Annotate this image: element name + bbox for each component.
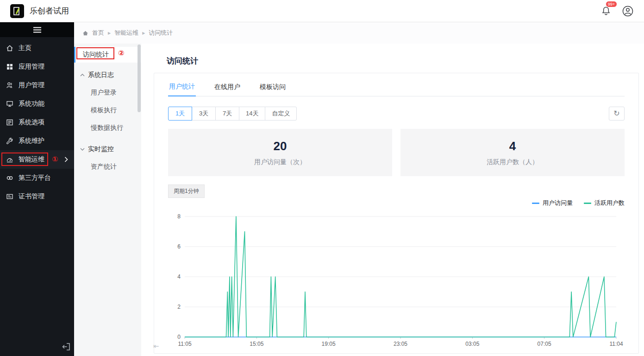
user-icon (622, 5, 634, 17)
primary-sidebar: 主页 应用管理 用户管理 系统功能 (0, 22, 74, 356)
app-root: 乐创者试用 99+ (0, 0, 644, 356)
home-icon (6, 44, 13, 52)
svg-text:0: 0 (177, 334, 181, 340)
submenu-scrollbar[interactable] (138, 44, 141, 112)
tab-template-visits[interactable]: 模板访问 (259, 78, 287, 96)
submenu-group-label: 实时监控 (88, 145, 114, 153)
stat-card-active-users: 4 活跃用户数（人） (400, 129, 625, 176)
submenu-group-realtime-monitor[interactable]: 实时监控 (74, 140, 141, 158)
tab-online-users[interactable]: 在线用户 (213, 78, 241, 96)
breadcrumb-item-visit-stats: 访问统计 (149, 29, 173, 37)
submenu-group-system-logs[interactable]: 系统日志 (74, 66, 141, 84)
time-range-group: 1天 3天 7天 14天 自定义 (168, 107, 297, 121)
content-card: 用户统计 在线用户 模板访问 1天 3天 7天 14天 自定义 ↻ 20 (154, 73, 639, 354)
svg-text:23:05: 23:05 (394, 341, 407, 347)
sidebar-item-label: 主页 (19, 44, 31, 52)
svg-text:11:04: 11:04 (609, 341, 623, 347)
submenu-panel: 访问统计 系统日志 用户登录 模板执行 慢数据执行 实时监控 资产统计 (74, 44, 141, 356)
legend-label: 活跃用户数 (594, 199, 625, 207)
users-icon (6, 82, 13, 89)
range-button-14d[interactable]: 14天 (239, 107, 265, 121)
period-row: 周期1分钟 (168, 184, 625, 198)
chevron-up-icon (80, 74, 85, 76)
options-icon (6, 119, 13, 126)
sidebar-item-label: 智能运维 (19, 155, 44, 164)
chart-toolbar: 1天 3天 7天 14天 自定义 ↻ (168, 107, 625, 121)
main-content: 访问统计 用户统计 在线用户 模板访问 1天 3天 7天 14天 自定义 ↻ (141, 44, 644, 356)
certificate-icon (6, 193, 13, 200)
stat-value: 20 (274, 139, 287, 153)
sidebar-item-system-maintenance[interactable]: 系统维护 (0, 132, 74, 150)
submenu-item-label: 访问统计 (83, 51, 109, 59)
gauge-icon (6, 156, 13, 163)
stat-value: 4 (509, 139, 516, 153)
hamburger-icon (33, 27, 41, 33)
svg-text:19:05: 19:05 (322, 341, 336, 347)
breadcrumb-item-intelligent-ops[interactable]: 智能运维 (114, 29, 138, 37)
svg-text:15:05: 15:05 (250, 341, 263, 347)
legend-swatch (532, 203, 539, 204)
submenu-item-asset-stats[interactable]: 资产统计 (74, 158, 141, 176)
user-avatar[interactable] (622, 5, 634, 17)
sidebar-item-users[interactable]: 用户管理 (0, 76, 74, 95)
chart-legend: 用户访问量 活跃用户数 (168, 199, 625, 207)
logo-pencil-icon (12, 6, 22, 16)
usage-chart: 0246811:0515:0519:0523:0503:0507:0511:04 (168, 207, 625, 349)
sidebar-nav: 主页 应用管理 用户管理 系统功能 (0, 37, 74, 206)
sidebar-item-intelligent-ops[interactable]: 智能运维 (0, 150, 74, 169)
legend-item-active-users[interactable]: 活跃用户数 (584, 199, 625, 207)
sidebar-item-certificates[interactable]: 证书管理 (0, 187, 74, 206)
chevron-right-icon (64, 157, 68, 162)
exit-icon (62, 342, 71, 351)
app-title: 乐创者试用 (30, 6, 69, 16)
sidebar-item-system-options[interactable]: 系统选项 (0, 113, 74, 132)
apps-icon (6, 63, 13, 70)
svg-text:03:05: 03:05 (465, 341, 479, 347)
svg-text:4: 4 (177, 273, 181, 280)
submenu-group-label: 系统日志 (88, 71, 114, 79)
submenu-item-template-exec[interactable]: 模板执行 (74, 102, 141, 119)
range-button-custom[interactable]: 自定义 (265, 107, 297, 121)
logout-button[interactable] (62, 342, 72, 352)
chevron-down-icon (80, 148, 85, 151)
stat-card-visits: 20 用户访问量（次） (168, 129, 392, 176)
submenu-item-visit-stats[interactable]: 访问统计 (74, 47, 141, 63)
sidebar-item-apps[interactable]: 应用管理 (0, 57, 74, 76)
refresh-icon: ↻ (613, 110, 619, 117)
sidebar-item-label: 应用管理 (19, 63, 44, 71)
stat-label: 用户访问量（次） (254, 158, 306, 166)
sidebar-item-label: 系统选项 (19, 118, 44, 127)
range-button-3d[interactable]: 3天 (192, 107, 216, 121)
stat-label: 活跃用户数（人） (487, 158, 538, 166)
legend-label: 用户访问量 (543, 199, 573, 207)
breadcrumb-home-icon (82, 30, 88, 36)
tab-user-stats[interactable]: 用户统计 (168, 78, 196, 96)
submenu-item-slow-data-exec[interactable]: 慢数据执行 (74, 119, 141, 137)
sidebar-item-system-functions[interactable]: 系统功能 (0, 95, 74, 113)
page-title: 访问统计 (167, 56, 639, 66)
breadcrumb-item-home[interactable]: 首页 (92, 29, 104, 37)
sidebar-item-label: 系统功能 (19, 100, 44, 108)
svg-text:8: 8 (177, 213, 181, 220)
sidebar-toggle[interactable] (0, 22, 74, 37)
svg-text:07:05: 07:05 (538, 341, 551, 347)
period-chip: 周期1分钟 (168, 184, 205, 198)
submenu-item-user-login[interactable]: 用户登录 (74, 84, 141, 102)
notifications-button[interactable]: 99+ (600, 5, 613, 17)
legend-swatch (584, 203, 591, 204)
notification-badge: 99+ (606, 1, 617, 7)
legend-item-visits[interactable]: 用户访问量 (532, 199, 573, 207)
sidebar-item-label: 证书管理 (19, 192, 44, 201)
sidebar-item-third-party[interactable]: 第三方平台 (0, 169, 74, 187)
app-logo (10, 4, 24, 18)
range-button-1d[interactable]: 1天 (168, 107, 192, 121)
refresh-button[interactable]: ↻ (609, 107, 625, 121)
breadcrumb-separator-icon: ▶ (142, 31, 145, 35)
tab-bar: 用户统计 在线用户 模板访问 (168, 78, 625, 96)
range-button-7d[interactable]: 7天 (215, 107, 239, 121)
scroll-left-icon[interactable]: ⇤ (153, 342, 159, 350)
wrench-icon (6, 137, 13, 145)
svg-text:2: 2 (177, 304, 181, 310)
svg-text:6: 6 (177, 243, 181, 250)
sidebar-item-home[interactable]: 主页 (0, 39, 74, 57)
